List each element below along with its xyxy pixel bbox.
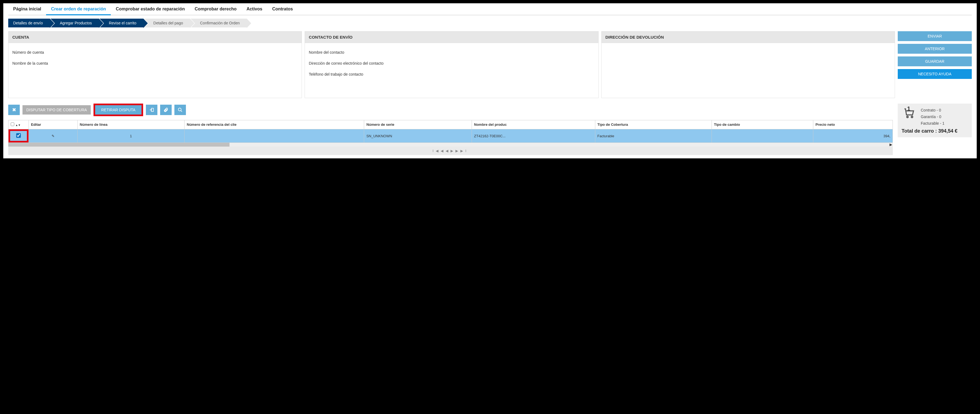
col-edit[interactable]: Editar xyxy=(29,120,78,129)
svg-point-3 xyxy=(911,116,913,118)
withdraw-dispute-button[interactable]: RETIRAR DISPUTA xyxy=(95,105,142,114)
pencil-icon: ✎ xyxy=(52,134,54,138)
scroll-right-icon: ▶ xyxy=(889,143,892,147)
row-checkbox[interactable] xyxy=(16,133,21,138)
cart-badge: 1 xyxy=(907,105,910,112)
col-serial[interactable]: Número de serie xyxy=(364,120,472,129)
card-contact-title: CONTACTO DE ENVÍO xyxy=(305,32,598,43)
col-customer-ref[interactable]: Número de referencia del clie xyxy=(185,120,364,129)
contact-email-label: Dirección de correo electrónico del cont… xyxy=(309,58,594,69)
import-button[interactable] xyxy=(146,105,158,115)
cart-total: Total de carro : 394,54 € xyxy=(902,128,968,134)
cart-contract-line: Contrato - 0 xyxy=(921,107,944,113)
search-button[interactable] xyxy=(174,105,186,115)
col-net-price[interactable]: Precio neto xyxy=(813,120,892,129)
svg-point-1 xyxy=(178,108,181,111)
cart-billable-line: Facturable - 1 xyxy=(921,120,944,127)
card-contact: CONTACTO DE ENVÍO Nombre del contacto Di… xyxy=(305,31,598,98)
line-items-table: ▲▼ Editar Número de línea Número de refe… xyxy=(8,120,893,155)
wizard-step-payment[interactable]: Detalles del pago xyxy=(144,19,190,27)
col-exchange[interactable]: Tipo de cambio xyxy=(711,120,813,129)
send-button[interactable]: ENVIAR xyxy=(898,31,972,41)
cart-icon: 1 xyxy=(902,107,916,119)
account-number-label: Número de cuenta xyxy=(12,47,298,58)
close-button[interactable]: ✖ xyxy=(8,105,20,115)
wizard-step-cart[interactable]: Revise el carrito xyxy=(100,19,143,27)
page-first-icon[interactable]: I◀ xyxy=(433,149,441,153)
page-next-icon[interactable]: ▶▶ xyxy=(450,149,460,153)
card-account-title: CUENTA xyxy=(8,32,302,43)
wizard-step-shipping[interactable]: Detalles de envío xyxy=(8,19,50,27)
sort-icon: ▲▼ xyxy=(15,124,21,127)
nav-home[interactable]: Página inicial xyxy=(8,5,46,15)
card-return-title: DIRECCIÓN DE DEVOLUCIÓN xyxy=(601,32,895,43)
cell-exchange xyxy=(711,129,813,143)
previous-button[interactable]: ANTERIOR xyxy=(898,44,972,54)
select-all-checkbox[interactable] xyxy=(11,122,14,126)
nav-contracts[interactable]: Contratos xyxy=(267,5,298,15)
edit-cell[interactable]: ✎ xyxy=(29,129,78,143)
nav-check-status[interactable]: Comprobar estado de reparación xyxy=(111,5,190,15)
col-line-number[interactable]: Número de línea xyxy=(77,120,184,129)
help-button[interactable]: NECESITO AYUDA xyxy=(898,69,972,79)
save-button[interactable]: GUARDAR xyxy=(898,56,972,66)
cell-ref xyxy=(185,129,364,143)
paperclip-icon xyxy=(164,108,169,112)
wizard-step-products[interactable]: Agregar Productos xyxy=(51,19,99,27)
page-last-icon[interactable]: ▶I xyxy=(460,149,469,153)
page-prev-icon[interactable]: ◀◀ xyxy=(441,149,450,153)
nav-check-entitlement[interactable]: Comprobar derecho xyxy=(190,5,242,15)
cell-coverage: Facturable xyxy=(595,129,711,143)
cell-product: ZT42162-T0E00C... xyxy=(472,129,595,143)
top-nav: Página inicial Crear orden de reparación… xyxy=(8,5,972,15)
dispute-coverage-button[interactable]: DISPUTAR TIPO DE COBERTURA xyxy=(22,105,91,114)
account-name-label: Nombre de la cuenta xyxy=(12,58,298,69)
search-icon xyxy=(178,108,183,112)
col-select[interactable]: ▲▼ xyxy=(8,120,29,129)
cell-serial: SN_UNKNOWN xyxy=(364,129,472,143)
contact-phone-label: Teléfono del trabajo de contacto xyxy=(309,69,594,80)
horizontal-scrollbar[interactable]: ▶ xyxy=(8,143,893,147)
nav-assets[interactable]: Activos xyxy=(242,5,267,15)
cell-price: 394, xyxy=(813,129,892,143)
cart-summary: 1 Contrato - 0 Garantía - 0 Facturable -… xyxy=(898,103,972,137)
nav-create-order[interactable]: Crear orden de reparación xyxy=(46,5,111,15)
close-icon: ✖ xyxy=(12,107,16,113)
contact-name-label: Nombre del contacto xyxy=(309,47,594,58)
wizard-steps: Detalles de envío Agregar Productos Revi… xyxy=(8,19,972,27)
card-return-address: DIRECCIÓN DE DEVOLUCIÓN xyxy=(601,31,895,98)
table-toolbar: ✖ DISPUTAR TIPO DE COBERTURA RETIRAR DIS… xyxy=(8,103,893,116)
col-coverage[interactable]: Tipo de Cobertura xyxy=(595,120,711,129)
wizard-step-confirm[interactable]: Confirmación de Orden xyxy=(191,19,247,27)
cart-warranty-line: Garantía - 0 xyxy=(921,113,944,120)
table-row[interactable]: ✎ 1 SN_UNKNOWN ZT42162-T0E00C... Factura… xyxy=(8,129,893,143)
cell-line-number: 1 xyxy=(77,129,184,143)
attach-button[interactable] xyxy=(160,105,172,115)
action-sidebar: ENVIAR ANTERIOR GUARDAR NECESITO AYUDA xyxy=(898,31,972,98)
card-account: CUENTA Número de cuenta Nombre de la cue… xyxy=(8,31,302,98)
pagination[interactable]: I◀◀◀▶▶▶I xyxy=(8,147,893,155)
col-product[interactable]: Nombre del produc xyxy=(472,120,595,129)
svg-point-2 xyxy=(907,116,908,118)
import-icon xyxy=(149,108,154,112)
